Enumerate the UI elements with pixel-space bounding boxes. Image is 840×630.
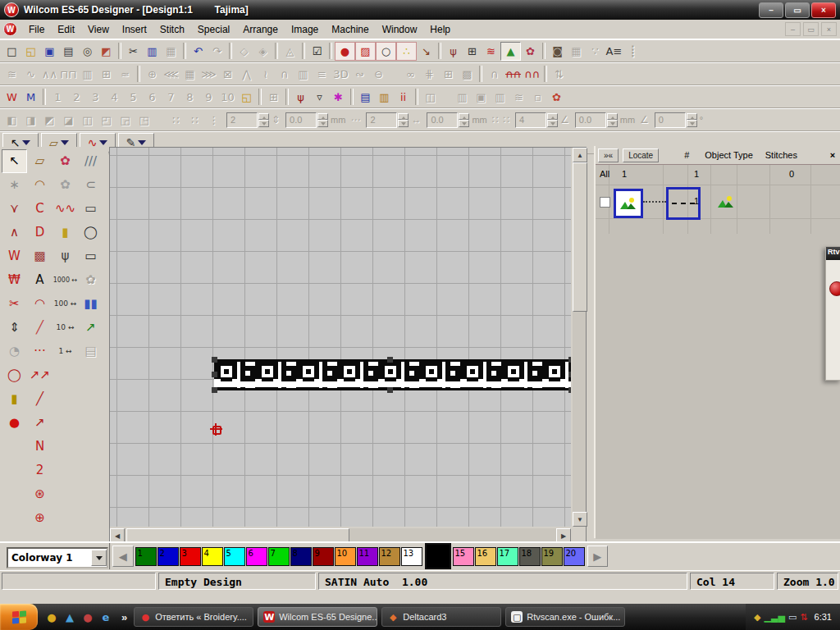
radial-fill-button[interactable]: ⊕ — [143, 66, 162, 83]
color-swatch-16[interactable]: 16 — [475, 547, 496, 566]
color-swatch-5[interactable]: 5 — [224, 547, 245, 566]
select-tool[interactable]: ↖ — [2, 149, 27, 173]
scale-100-tool[interactable]: 100 ↔ — [52, 292, 78, 316]
scale-10-tool[interactable]: 10 ↔ — [52, 316, 78, 340]
letter-d-digitize-tool[interactable]: D — [27, 221, 52, 244]
design-slot-9-button[interactable]: 9 — [199, 89, 218, 106]
new-document-button[interactable]: □ — [2, 43, 21, 60]
two-path-tool[interactable]: 2 — [27, 459, 52, 482]
arch-column-tool[interactable]: ◠ — [27, 292, 52, 316]
align-grid-1-button[interactable]: ∷ — [167, 112, 185, 129]
design-slot-1-button[interactable]: 1 — [48, 89, 67, 106]
arrow-segment-tool[interactable]: ↗ — [27, 411, 52, 435]
show-bitmap-button[interactable]: ✿ — [521, 43, 540, 60]
menu-window[interactable]: Window — [376, 21, 424, 38]
fancy-fill-2-button[interactable]: ▣ — [472, 89, 491, 106]
color-swatch-15[interactable]: 15 — [453, 547, 474, 566]
color-swatch-14[interactable]: 14 — [425, 543, 451, 569]
weave-fill-tool[interactable]: ▩ — [27, 244, 52, 268]
ascending-arrows-tool[interactable]: ↗↗ — [27, 363, 52, 387]
colorway-select[interactable]: Colorway 1 — [7, 547, 108, 568]
thread-tubes-tool[interactable]: ▮▮ — [78, 292, 103, 316]
mdi-minimize-button[interactable]: – — [785, 22, 801, 36]
color-wheel-button[interactable]: ✿ — [547, 89, 566, 106]
task-deltacard[interactable]: ◆Deltacard3 — [381, 607, 501, 627]
polygon-select-tool[interactable]: ∗ — [2, 173, 27, 197]
fancy-fill-1-button[interactable]: ▥ — [453, 89, 472, 106]
show-columns-button[interactable]: ┋ — [623, 43, 642, 60]
selection-handle[interactable] — [568, 372, 571, 377]
restore-button[interactable]: ▭ — [785, 2, 810, 18]
design-slot-7-button[interactable]: 7 — [162, 89, 180, 106]
color-swatch-9[interactable]: 9 — [313, 547, 334, 566]
horizontal-scrollbar[interactable]: ◀ ▶ — [110, 528, 571, 541]
rotate-transform-button[interactable]: ◈ — [253, 43, 272, 60]
fragment-shapes-button[interactable]: ◫ — [78, 112, 97, 129]
weld-shapes-button[interactable]: ◧ — [2, 112, 21, 129]
mirror-star-tool[interactable]: ⊛ — [27, 482, 52, 506]
spinner-arrows[interactable] — [317, 113, 328, 127]
tray-network-icon[interactable]: ▁▃▅ — [765, 612, 785, 623]
remove-loops-button[interactable]: ∩∩ — [504, 66, 523, 83]
color-swatch-4[interactable]: 4 — [202, 547, 223, 566]
quicklaunch-app-icon[interactable]: ● — [80, 609, 95, 624]
background-error-dialog[interactable]: Rtv — [825, 246, 840, 381]
show-artwork-button[interactable]: ▲ — [500, 42, 521, 61]
reshape-tool[interactable]: ▱ — [27, 149, 52, 173]
task-broidery[interactable]: ●Ответить « Broidery.... — [134, 607, 253, 627]
menu-help[interactable]: Help — [423, 21, 457, 38]
scroll-down-button[interactable]: ▼ — [573, 512, 587, 527]
ellipse-orbit-tool[interactable]: ◯ — [2, 363, 27, 387]
line-segment-tool[interactable]: ╱ — [27, 387, 52, 411]
selection-handle[interactable] — [568, 387, 571, 393]
task-rtvscan[interactable]: ▢Rtvscan.exe - Ошибк... — [505, 607, 625, 627]
start-button[interactable] — [0, 604, 38, 630]
satin-stitch-button[interactable]: ● — [335, 42, 355, 61]
cross-fill-button[interactable]: ▩ — [458, 66, 477, 83]
vertical-scroll-thumb[interactable] — [573, 162, 587, 312]
feather-stitch-button[interactable]: ⋀ — [237, 66, 256, 83]
needle-travel-tool[interactable]: ψ — [52, 244, 78, 268]
satin-zigzag-button[interactable]: ≋ — [2, 66, 21, 83]
double-run-button[interactable]: ∞ — [401, 66, 420, 83]
page-backdrop-tool[interactable]: ▭ — [78, 197, 103, 221]
spinner-arrows[interactable] — [459, 113, 469, 127]
object-row[interactable]: 1 — [596, 185, 840, 219]
node-edit-tool[interactable]: ⋎ — [2, 197, 27, 221]
elastic-updown-tool[interactable]: ⇕ — [2, 316, 27, 340]
accordion-fill-button[interactable]: ⋙ — [199, 66, 218, 83]
contour-fill-button[interactable]: ⊠ — [218, 66, 237, 83]
color-swatch-19[interactable]: 19 — [541, 547, 563, 566]
ripple-fill-button[interactable]: ▥ — [294, 66, 313, 83]
w-underline-tool[interactable]: W — [2, 244, 27, 268]
color-swatch-3[interactable]: 3 — [180, 547, 201, 566]
dim-artwork-button[interactable]: ∵ — [586, 43, 605, 60]
color-swatch-18[interactable]: 18 — [519, 547, 541, 566]
spool-travel-tool[interactable]: ▮ — [52, 221, 78, 244]
lettering-tool[interactable]: A — [27, 268, 52, 292]
object-color-thumbnail[interactable] — [614, 189, 643, 218]
elastic-lettering-button[interactable]: ⇅ — [550, 66, 568, 83]
cut-button[interactable]: ✂ — [124, 43, 143, 60]
scale-1-tool[interactable]: 1 ↔ — [52, 340, 78, 363]
design-info-button[interactable]: ▥ — [375, 89, 394, 106]
object-checkbox[interactable] — [600, 197, 610, 208]
rectangle-digitize-tool[interactable]: ▭ — [78, 244, 103, 268]
stipple-run-button[interactable]: ≀ — [256, 66, 275, 83]
quick-launch-chevron[interactable]: » — [121, 611, 127, 623]
export-machine-file-button[interactable]: M — [21, 89, 40, 106]
all-objects-row[interactable]: All 1 1 0 — [596, 165, 840, 185]
spool-bulb-tool[interactable]: ▮ — [2, 387, 27, 411]
zigzag-travel-tool[interactable]: ∧ — [2, 221, 27, 244]
close-panel-button[interactable]: × — [826, 150, 839, 160]
pull-comp-spinner[interactable]: 4 — [515, 112, 558, 128]
color-swatch-17[interactable]: 17 — [497, 547, 518, 566]
locate-button[interactable]: Locate — [623, 148, 659, 162]
selection-handle[interactable] — [387, 357, 393, 363]
design-slot-5-button[interactable]: 5 — [124, 89, 143, 106]
color-swatch-6[interactable]: 6 — [246, 547, 267, 566]
colorway-dropdown-icon[interactable] — [91, 550, 107, 566]
spinner-arrows[interactable] — [687, 113, 697, 127]
picture-frame-button[interactable]: ◙ — [548, 43, 567, 60]
selection-handle[interactable] — [568, 357, 571, 363]
